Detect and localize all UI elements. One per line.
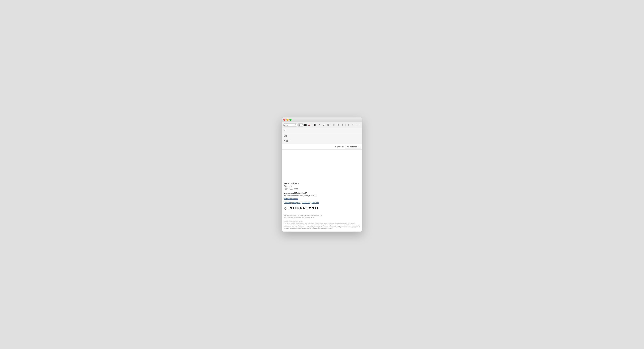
signature-bar: Signature: International None Default [282, 144, 362, 150]
sig-website-link[interactable]: international.com [284, 198, 298, 200]
compose-area[interactable] [282, 150, 362, 180]
italic-button[interactable]: I [318, 123, 321, 127]
disclaimer-line2: Illinois, Missouri, New Jersey, Ohio, Te… [284, 217, 360, 218]
align-left-button[interactable]: ≡ [332, 123, 336, 127]
sig-title: Title | Unit [284, 185, 360, 188]
facebook-link[interactable]: Facebook [302, 202, 310, 204]
list-options-button[interactable]: ▼ [351, 123, 355, 127]
font-size-label: 12 [298, 124, 300, 126]
separator-4 [356, 124, 356, 126]
to-label: To: [284, 129, 292, 132]
signature-block: Name Lastname Title | Unit +1 234 567 89… [282, 180, 362, 215]
to-input[interactable] [292, 129, 360, 132]
cc-field: Cc: [282, 133, 362, 139]
sig-company: International Motors, LLC* [284, 192, 360, 195]
underline-button[interactable]: U [322, 123, 326, 127]
list-button[interactable]: ≡ [347, 123, 350, 127]
bold-button[interactable]: B [313, 123, 317, 127]
font-family-select[interactable]: Arial ▲▼ [284, 123, 297, 126]
text-color-button[interactable] [304, 124, 306, 126]
mail-window: Arial ▲▼ 12 ▲▼ A B I U S ≡ ≡ ≡ ≡ ▼ ⋯ To:… [282, 117, 362, 232]
disclaimer-title: Disclaimer confidentiality notice: [284, 220, 360, 222]
linkedin-link[interactable]: LinkedIn [284, 202, 291, 204]
font-size-select[interactable]: 12 ▲▼ [298, 123, 304, 126]
sig-phone: +1 234 567 8900 [284, 187, 360, 190]
sig-address: 2701 International Drive, Lisle, IL 6053… [284, 194, 360, 197]
more-options-button[interactable]: ⋯ [357, 123, 360, 127]
to-field: To: [282, 128, 362, 133]
signature-select-wrapper: International None Default [345, 145, 360, 148]
titlebar [282, 117, 362, 122]
disclaimer-body: This email, and any attachments and/or d… [284, 222, 360, 230]
close-button[interactable] [284, 119, 286, 121]
maximize-button[interactable] [290, 119, 292, 121]
subject-input[interactable] [292, 140, 360, 142]
disclaimer-block: *International Motors, LLC d/b/a Interna… [282, 215, 362, 232]
instagram-link[interactable]: Instagram [292, 202, 300, 204]
signature-select[interactable]: International None Default [345, 145, 360, 148]
formatting-toolbar: Arial ▲▼ 12 ▲▼ A B I U S ≡ ≡ ≡ ≡ ▼ ⋯ [282, 122, 362, 128]
signature-label: Signature: [335, 146, 344, 148]
youtube-link[interactable]: YouTube [312, 202, 319, 204]
diamond-icon [284, 207, 287, 210]
font-family-label: Arial [284, 124, 288, 126]
company-logo: INTERNATIONAL [284, 206, 360, 211]
align-center-button[interactable]: ≡ [336, 123, 340, 127]
sig-name: Name Lastname [284, 182, 360, 185]
cc-label: Cc: [284, 135, 292, 137]
compose-input[interactable] [284, 152, 360, 162]
separator-1: | [291, 202, 292, 204]
highlight-button[interactable]: A [307, 123, 311, 127]
separator-3 [346, 124, 346, 126]
disclaimer-line1: *International Motors, LLC d/b/a Interna… [284, 215, 360, 217]
logo-text: INTERNATIONAL [288, 206, 320, 211]
align-right-button[interactable]: ≡ [341, 123, 344, 127]
compose-window: To: Cc: Subject: Signature: Internationa… [282, 128, 362, 232]
minimize-button[interactable] [286, 119, 288, 121]
sig-social-links: LinkedIn | Instagram | Facebook | YouTub… [284, 201, 360, 204]
cc-input[interactable] [292, 135, 360, 137]
subject-label: Subject: [284, 140, 292, 142]
separator-3: | [310, 202, 312, 204]
subject-field: Subject: [282, 139, 362, 144]
strikethrough-button[interactable]: S [326, 123, 330, 127]
